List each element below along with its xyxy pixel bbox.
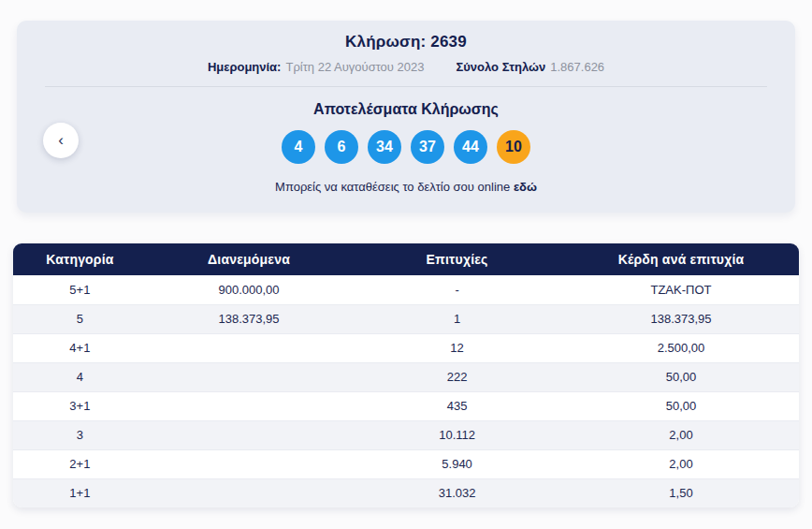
column-header-distributed: Διανεμόμενα — [147, 243, 351, 275]
cell-distributed: 900.000,00 — [147, 275, 351, 304]
page: Κλήρωση: 2639 Ημερομηνία:Τρίτη 22 Αυγούσ… — [0, 0, 812, 529]
table-row: 5+1 900.000,00 - ΤΖΑΚ-ΠΟΤ — [13, 275, 799, 304]
online-note-text: Μπορείς να καταθέσεις το δελτίο σου onli… — [275, 180, 510, 194]
column-header-prize-per-win: Κέρδη ανά επιτυχία — [563, 243, 799, 275]
previous-draw-button[interactable]: ‹ — [43, 123, 79, 158]
online-note-link[interactable]: εδώ — [514, 180, 537, 194]
cell-winners: 12 — [351, 333, 563, 362]
cell-category: 1+1 — [13, 478, 147, 507]
table-row: 5 138.373,95 1 138.373,95 — [13, 304, 799, 333]
cell-winners: - — [351, 275, 563, 304]
draw-number: 2639 — [430, 33, 467, 51]
panel-divider — [45, 86, 767, 87]
cell-category: 5 — [13, 304, 147, 333]
cell-winners: 5.940 — [351, 449, 563, 478]
cell-prize: ΤΖΑΚ-ΠΟΤ — [563, 275, 799, 304]
winnings-table: Κατηγορία Διανεμόμενα Επιτυχίες Κέρδη αν… — [13, 243, 799, 507]
cell-category: 4+1 — [13, 333, 147, 362]
winnings-table-card: Κατηγορία Διανεμόμενα Επιτυχίες Κέρδη αν… — [13, 243, 799, 507]
column-header-winners: Επιτυχίες — [351, 243, 563, 275]
number-ball: 4 — [282, 130, 315, 164]
online-note: Μπορείς να καταθέσεις το δελτίο σου onli… — [17, 180, 795, 194]
drawn-numbers: 4 6 34 37 44 10 — [17, 130, 795, 164]
total-columns: Σύνολο Στηλών1.867.626 — [456, 60, 604, 74]
cell-winners: 1 — [351, 304, 563, 333]
cell-distributed — [147, 391, 351, 420]
cell-winners: 435 — [351, 391, 563, 420]
cell-prize: 2.500,00 — [563, 333, 799, 362]
table-row: 4 222 50,00 — [13, 362, 799, 391]
draw-date-label: Ημερομηνία: — [208, 60, 282, 74]
column-header-category: Κατηγορία — [13, 243, 147, 275]
table-row: 1+1 31.032 1,50 — [13, 478, 799, 507]
cell-category: 2+1 — [13, 449, 147, 478]
joker-ball: 10 — [497, 130, 530, 164]
draw-date-value: Τρίτη 22 Αυγούστου 2023 — [285, 60, 424, 74]
table-row: 3 10.112 2,00 — [13, 420, 799, 449]
cell-category: 5+1 — [13, 275, 147, 304]
number-ball: 44 — [454, 130, 487, 164]
draw-date: Ημερομηνία:Τρίτη 22 Αυγούστου 2023 — [208, 60, 425, 74]
table-row: 4+1 12 2.500,00 — [13, 333, 799, 362]
cell-prize: 2,00 — [563, 420, 799, 449]
cell-prize: 50,00 — [563, 391, 799, 420]
cell-distributed — [147, 362, 351, 391]
number-ball: 37 — [411, 130, 444, 164]
table-row: 3+1 435 50,00 — [13, 391, 799, 420]
cell-prize: 138.373,95 — [563, 304, 799, 333]
results-title: Αποτελέσματα Κλήρωσης — [17, 101, 795, 118]
cell-distributed: 138.373,95 — [147, 304, 351, 333]
cell-category: 3+1 — [13, 391, 147, 420]
cell-distributed — [147, 333, 351, 362]
cell-winners: 222 — [351, 362, 563, 391]
table-row: 2+1 5.940 2,00 — [13, 449, 799, 478]
cell-distributed — [147, 478, 351, 507]
number-ball: 34 — [368, 130, 401, 164]
draw-meta-row: Ημερομηνία:Τρίτη 22 Αυγούστου 2023 Σύνολ… — [17, 60, 795, 74]
cell-category: 3 — [13, 420, 147, 449]
table-header-row: Κατηγορία Διανεμόμενα Επιτυχίες Κέρδη αν… — [13, 243, 799, 275]
cell-winners: 10.112 — [351, 420, 563, 449]
draw-title: Κλήρωση: 2639 — [17, 33, 795, 51]
cell-category: 4 — [13, 362, 147, 391]
total-columns-value: 1.867.626 — [550, 60, 604, 74]
cell-winners: 31.032 — [351, 478, 563, 507]
cell-prize: 50,00 — [563, 362, 799, 391]
cell-prize: 1,50 — [563, 478, 799, 507]
number-ball: 6 — [325, 130, 358, 164]
draw-title-label: Κλήρωση: — [345, 33, 426, 51]
cell-distributed — [147, 449, 351, 478]
cell-distributed — [147, 420, 351, 449]
chevron-left-icon: ‹ — [58, 131, 64, 149]
draw-summary-panel: Κλήρωση: 2639 Ημερομηνία:Τρίτη 22 Αυγούσ… — [17, 21, 795, 213]
cell-prize: 2,00 — [563, 449, 799, 478]
total-columns-label: Σύνολο Στηλών — [456, 60, 545, 74]
